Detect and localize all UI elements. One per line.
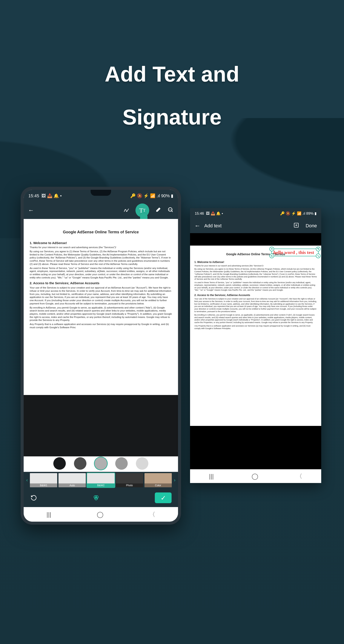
back-icon[interactable]: ← xyxy=(194,222,200,229)
editable-text-box[interactable]: hello word , this test ✕ ✎ ↻ ⤡ xyxy=(271,248,319,256)
phone-2: 15:46 🖼 📥 🔔 • 🔑 🔕 ⚡ 📶 .ıl 89% ▮ ← Add te… xyxy=(190,208,321,483)
phone-1: 15:45 🖼 📥 🔔 • 🔑 🔕 ⚡ 📶 .ıl 90% ▮ ← TT OCR xyxy=(21,187,181,525)
status-bar: 15:46 🖼 📥 🔔 • 🔑 🔕 ⚡ 📶 .ıl 89% ▮ xyxy=(190,208,321,218)
color-swatch[interactable] xyxy=(136,457,148,470)
color-swatch[interactable] xyxy=(74,457,86,470)
filter-label: B&W1 xyxy=(30,484,57,487)
color-swatch[interactable] xyxy=(95,457,107,470)
android-nav: ||| ◯ 〈 xyxy=(190,469,321,483)
svg-point-4 xyxy=(95,498,98,500)
nav-back-icon[interactable]: 〈 xyxy=(296,472,302,480)
android-nav: ||| ◯ 〈 xyxy=(24,507,178,522)
ocr-icon[interactable]: OCR xyxy=(167,206,174,214)
color-swatch[interactable] xyxy=(53,457,66,470)
scanned-page: Google AdSense Online Terms of Service 1… xyxy=(24,219,178,395)
filter-thumb[interactable]: B&W2 xyxy=(87,473,114,487)
handle-rotate-icon[interactable]: ↻ xyxy=(269,254,274,258)
svg-text:OCR: OCR xyxy=(169,209,173,210)
doc-title: Google AdSense Online Terms of Service xyxy=(30,230,172,235)
sign-icon[interactable] xyxy=(123,207,129,214)
back-icon[interactable]: ← xyxy=(28,207,34,214)
document-viewport[interactable]: Google AdSense Online Terms of Service 1… xyxy=(190,246,321,448)
handle-resize-icon[interactable]: ⤡ xyxy=(316,254,320,258)
color-swatch[interactable] xyxy=(115,457,128,470)
filter-label: Photo xyxy=(116,484,143,487)
nav-home-icon[interactable]: ◯ xyxy=(97,511,103,518)
handle-delete-icon[interactable]: ✕ xyxy=(269,247,274,251)
filter-thumb[interactable]: Auto xyxy=(59,473,86,487)
black-band-bottom xyxy=(190,448,321,469)
document-viewport[interactable]: Google AdSense Online Terms of Service 1… xyxy=(24,219,178,456)
filter-thumb[interactable]: Photo xyxy=(116,473,143,487)
black-band-top xyxy=(190,233,321,246)
filter-thumb[interactable]: Color xyxy=(144,473,172,487)
add-textbox-icon[interactable] xyxy=(293,222,299,229)
filter-label: Color xyxy=(144,484,172,487)
filter-strip: ‹ B&W1AutoB&W2PhotoColor › xyxy=(24,472,178,488)
screen-title: Add text xyxy=(204,223,222,228)
filter-label: B&W2 xyxy=(87,484,114,487)
text-tool-button[interactable]: TT xyxy=(135,204,149,217)
rotate-icon[interactable] xyxy=(30,494,37,502)
confirm-button[interactable]: ✓ xyxy=(155,492,171,503)
color-swatches xyxy=(24,456,178,472)
filter-label: Auto xyxy=(59,484,86,487)
nav-recent-icon[interactable]: ||| xyxy=(209,473,214,480)
editor-toolbar: ← TT OCR xyxy=(24,202,178,219)
color-adjust-icon[interactable] xyxy=(92,494,100,502)
nav-recent-icon[interactable]: ||| xyxy=(46,511,51,518)
bottom-actions: ✓ xyxy=(24,488,178,507)
scanned-page: Google AdSense Online Terms of Service 1… xyxy=(190,246,321,426)
filter-thumb[interactable]: B&W1 xyxy=(30,473,57,487)
handle-edit-icon[interactable]: ✎ xyxy=(316,247,320,251)
nav-back-icon[interactable]: 〈 xyxy=(149,510,155,519)
eraser-icon[interactable] xyxy=(155,207,161,214)
filter-prev-icon[interactable]: ‹ xyxy=(25,478,29,483)
hero-title: Add Text and Signature xyxy=(0,60,344,131)
done-button[interactable]: Done xyxy=(305,223,317,228)
addtext-toolbar: ← Add text Done xyxy=(190,218,321,233)
nav-home-icon[interactable]: ◯ xyxy=(252,473,258,480)
filter-next-icon[interactable]: › xyxy=(173,478,176,483)
